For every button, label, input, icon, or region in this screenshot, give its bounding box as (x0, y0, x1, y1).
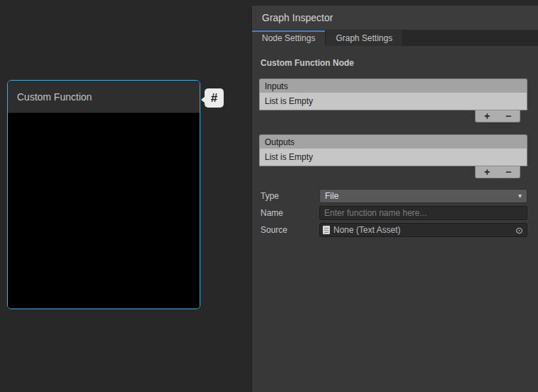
type-label: Type (259, 191, 319, 201)
property-rows: Type File ▾ Name Source None (Text Asset… (259, 189, 527, 237)
type-dropdown-value: File (325, 191, 338, 201)
tab-node-settings[interactable]: Node Settings (252, 30, 326, 46)
panel-title: Graph Inspector (262, 12, 333, 23)
source-object-value: None (Text Asset) (333, 225, 513, 235)
hash-badge[interactable]: # (205, 88, 224, 108)
outputs-list-empty-label: List is Empty (259, 149, 527, 166)
name-row: Name (259, 206, 527, 220)
source-object-field[interactable]: None (Text Asset) ⊙ (319, 223, 527, 237)
node-preview-area (8, 113, 200, 309)
outputs-list-footer: + − (259, 166, 527, 180)
source-row: Source None (Text Asset) ⊙ (259, 223, 527, 237)
remove-input-button[interactable]: − (500, 111, 516, 122)
tab-label: Graph Settings (336, 33, 392, 43)
source-label: Source (259, 225, 319, 235)
node-title-bar[interactable]: Custom Function (8, 81, 200, 113)
add-output-button[interactable]: + (479, 167, 495, 178)
section-title: Custom Function Node (261, 58, 527, 68)
inputs-list-empty-label: List is Empty (259, 93, 527, 110)
inputs-list-footer: + − (259, 110, 527, 124)
inspector-content: Custom Function Node Inputs List is Empt… (252, 45, 538, 392)
text-asset-icon (323, 226, 330, 234)
outputs-list-header: Outputs (259, 134, 527, 149)
function-name-input[interactable] (319, 206, 527, 220)
inputs-list-header: Inputs (259, 79, 527, 93)
node-title: Custom Function (17, 91, 92, 103)
type-row: Type File ▾ (259, 189, 527, 203)
tab-label: Node Settings (262, 33, 315, 43)
graph-inspector-panel: Graph Inspector Node Settings Graph Sett… (251, 6, 538, 392)
outputs-list-buttons: + − (475, 166, 520, 178)
remove-output-button[interactable]: − (500, 167, 516, 178)
tab-graph-settings[interactable]: Graph Settings (326, 30, 403, 46)
chevron-down-icon: ▾ (518, 192, 522, 200)
inputs-list-buttons: + − (475, 110, 520, 122)
type-dropdown[interactable]: File ▾ (319, 189, 527, 203)
inputs-list: Inputs List is Empty + − (259, 79, 527, 124)
badge-tail (201, 96, 205, 103)
add-input-button[interactable]: + (479, 111, 495, 122)
hash-icon: # (211, 91, 217, 105)
object-picker-icon[interactable]: ⊙ (513, 224, 525, 236)
panel-header: Graph Inspector (252, 6, 538, 30)
custom-function-node[interactable]: Custom Function (7, 80, 200, 309)
name-label: Name (259, 208, 319, 218)
tab-bar: Node Settings Graph Settings (252, 30, 538, 46)
outputs-list: Outputs List is Empty + − (259, 134, 527, 180)
